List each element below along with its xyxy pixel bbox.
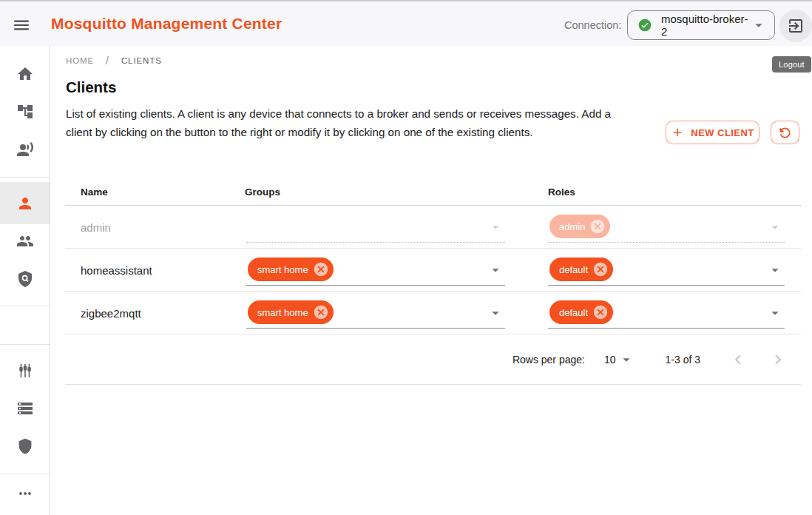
chip-label: admin	[559, 221, 585, 232]
sidebar	[0, 46, 50, 515]
chevron-down-icon	[618, 351, 635, 368]
new-client-button[interactable]: NEW CLIENT	[666, 121, 759, 144]
storage-icon	[16, 400, 34, 417]
groups-select[interactable]	[246, 212, 505, 243]
sidebar-item-settings[interactable]	[0, 351, 50, 389]
table-pagination: Rows per page: 10 1-3 of 3	[65, 334, 801, 385]
chevron-down-icon	[751, 17, 767, 33]
table-row-homeassistant[interactable]: homeassistant smart home default	[65, 249, 801, 292]
sidebar-item-roles[interactable]	[0, 260, 50, 297]
chevron-down-icon	[487, 219, 504, 235]
chip-label: default	[559, 307, 588, 318]
rows-per-page-select[interactable]: 10	[604, 351, 635, 368]
chip-label: smart home	[257, 307, 308, 318]
group-chip[interactable]: smart home	[248, 258, 334, 281]
table-row-admin[interactable]: admin admin	[65, 206, 801, 249]
sidebar-item-more[interactable]	[0, 474, 50, 512]
check-circle-icon	[637, 18, 652, 33]
app-title: Mosquitto Management Center	[51, 15, 282, 33]
shield-check-icon	[16, 437, 34, 455]
table-row-zigbee2mqtt[interactable]: zigbee2mqtt smart home default	[65, 292, 801, 334]
connection-value: mosquitto-broker-2	[661, 13, 751, 38]
previous-page-button[interactable]	[728, 350, 748, 369]
people-icon	[16, 232, 34, 250]
breadcrumb: HOME / CLIENTS	[66, 55, 162, 67]
app-bar: Mosquitto Management Center Connection: …	[0, 0, 812, 46]
next-page-button[interactable]	[768, 350, 788, 369]
sidebar-item-clients[interactable]	[0, 182, 50, 224]
rows-per-page-value: 10	[604, 354, 616, 366]
sidebar-divider	[0, 177, 50, 178]
column-header-roles: Roles	[548, 186, 575, 198]
sidebar-item-home[interactable]	[0, 55, 50, 92]
sidebar-item-groups[interactable]	[0, 222, 50, 260]
menu-button[interactable]	[12, 16, 31, 35]
chip-delete-icon[interactable]	[313, 304, 329, 320]
breadcrumb-separator: /	[106, 55, 109, 67]
person-icon	[16, 195, 34, 212]
chip-delete-icon[interactable]	[313, 261, 329, 277]
groups-select[interactable]: smart home	[246, 297, 505, 329]
sidebar-item-topology[interactable]	[0, 92, 50, 130]
table-header: Name Groups Roles	[65, 178, 801, 206]
refresh-button[interactable]	[771, 121, 799, 144]
role-chip[interactable]: default	[549, 300, 613, 324]
client-name: zigbee2mqtt	[81, 292, 141, 334]
chevron-down-icon	[487, 262, 504, 278]
sliders-icon	[16, 362, 34, 380]
roles-select[interactable]: default	[548, 297, 785, 329]
sidebar-divider	[0, 306, 50, 306]
chip-delete-icon[interactable]	[592, 261, 609, 277]
connection-label: Connection:	[564, 19, 621, 31]
chevron-down-icon	[767, 219, 783, 235]
column-header-groups: Groups	[245, 186, 280, 198]
logout-button[interactable]	[779, 10, 812, 42]
column-header-name: Name	[81, 186, 108, 198]
roles-select[interactable]: default	[548, 255, 785, 286]
chevron-down-icon	[767, 262, 783, 278]
chip-label: default	[559, 264, 588, 275]
client-name: admin	[81, 206, 111, 249]
logout-tooltip: Logout	[772, 56, 811, 73]
chip-label: smart home	[257, 264, 308, 275]
breadcrumb-home[interactable]: HOME	[66, 56, 94, 65]
role-chip[interactable]: default	[549, 258, 613, 281]
pagination-range: 1-3 of 3	[666, 354, 700, 366]
rows-per-page-label: Rows per page:	[512, 354, 585, 366]
chevron-down-icon	[767, 305, 783, 321]
sidebar-item-streams[interactable]	[0, 130, 50, 168]
groups-select[interactable]: smart home	[246, 255, 505, 286]
sidebar-item-system-status[interactable]	[0, 389, 50, 427]
new-client-label: NEW CLIENT	[691, 127, 754, 138]
refresh-icon	[777, 125, 793, 141]
chip-delete-icon[interactable]	[592, 304, 609, 320]
policy-shield-icon	[16, 270, 34, 288]
logout-icon	[787, 17, 805, 35]
chevron-down-icon	[487, 305, 504, 321]
plus-icon	[671, 126, 684, 139]
sidebar-divider	[0, 344, 50, 345]
roles-select[interactable]: admin	[548, 212, 785, 243]
menu-icon	[12, 16, 31, 35]
page-title: Clients	[66, 78, 116, 96]
sidebar-item-security[interactable]	[0, 427, 50, 465]
home-icon	[16, 65, 34, 83]
connection-select[interactable]: mosquitto-broker-2	[627, 10, 775, 40]
breadcrumb-current: CLIENTS	[121, 56, 162, 65]
role-chip: admin	[549, 215, 610, 238]
page-description: List of existing clients. A client is an…	[66, 104, 619, 141]
client-name: homeassistant	[81, 249, 152, 292]
group-chip[interactable]: smart home	[248, 300, 334, 324]
chip-delete-icon	[589, 218, 606, 235]
more-horizontal-icon	[16, 485, 34, 502]
record-voice-icon	[16, 141, 34, 158]
app-root: Mosquitto Management Center Connection: …	[0, 0, 812, 515]
topology-icon	[16, 103, 34, 121]
